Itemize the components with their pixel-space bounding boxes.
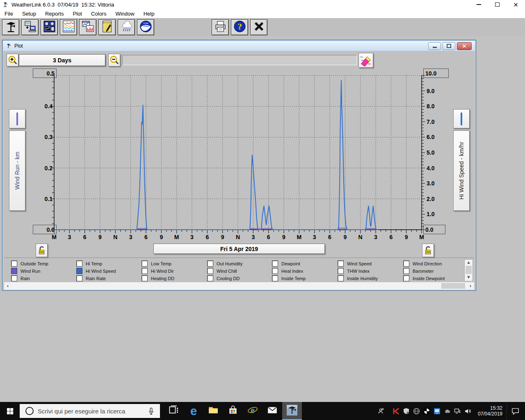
taskbar-search-input[interactable]: Scrivi qui per eseguire la ricerca [20, 404, 160, 418]
menu-colors[interactable]: Colors [87, 10, 111, 18]
checkbox-box[interactable] [207, 268, 213, 274]
download-button[interactable] [21, 19, 39, 35]
taskbar-clock[interactable]: 15:32 07/04/2019 [478, 405, 502, 417]
right-axis-min-box[interactable]: 0.0 [423, 225, 445, 234]
checkbox-box[interactable] [76, 275, 82, 281]
maximize-button[interactable] [488, 0, 507, 9]
tray-kaspersky-icon[interactable] [391, 405, 401, 417]
checkbox-box[interactable] [11, 275, 17, 281]
taskbar-store-button[interactable] [223, 402, 243, 420]
checkbox-box[interactable] [338, 260, 344, 267]
zoom-in-button[interactable] [7, 54, 18, 66]
close-button[interactable] [250, 19, 267, 35]
wind-run-color-sample-button[interactable] [9, 109, 25, 128]
tray-onedrive-icon[interactable] [442, 405, 452, 417]
right-axis-max-box[interactable]: 10.0 [423, 68, 449, 78]
checkbox-wind-direction[interactable]: Wind Direction [403, 260, 442, 267]
plot-close-button[interactable]: ✕ [457, 42, 472, 50]
menu-plot[interactable]: Plot [68, 10, 86, 18]
action-center-button[interactable] [507, 402, 523, 420]
checkbox-inside-humidity[interactable]: Inside Humidity [338, 275, 378, 281]
scrollbar-thumb[interactable] [441, 283, 465, 289]
checkbox-box[interactable] [338, 268, 344, 274]
zoom-out-button[interactable] [108, 54, 120, 66]
checkbox-box[interactable] [76, 260, 82, 267]
checkbox-rain[interactable]: Rain [11, 275, 30, 281]
plot-horizontal-scrollbar[interactable]: ‹ › [4, 282, 474, 290]
checkbox-out-humidity[interactable]: Out Humidity [207, 260, 243, 267]
erase-plot-button[interactable] [358, 53, 373, 68]
tray-globe-icon[interactable] [411, 405, 422, 417]
time-scrollbar-trough[interactable] [122, 55, 357, 65]
time-range-button[interactable]: 3 Days [19, 54, 105, 66]
checkbox-inside-temp[interactable]: Inside Temp [272, 275, 306, 281]
checkbox-box[interactable] [11, 260, 17, 267]
right-axis-lock-button[interactable] [422, 244, 434, 257]
checkbox-thw-index[interactable]: THW Index [338, 268, 370, 274]
close-button[interactable]: ✕ [507, 0, 525, 9]
taskbar-internet-explorer-button[interactable]: e [243, 402, 262, 420]
checkbox-wind-speed[interactable]: Wind Speed [338, 260, 372, 267]
checkbox-low-temp[interactable]: Low Temp [142, 260, 171, 267]
station-button[interactable] [2, 19, 19, 35]
checkbox-rain-rate[interactable]: Rain Rate [76, 275, 106, 281]
print-button[interactable] [212, 19, 229, 35]
taskbar-task-view-button[interactable] [164, 402, 184, 420]
help-button[interactable]: ? [231, 19, 248, 35]
taskbar-mail-button[interactable] [262, 402, 282, 420]
scroll-up-arrow[interactable]: ▲ [467, 260, 471, 265]
plot-button[interactable] [79, 19, 96, 35]
checkbox-hi-wind-dir[interactable]: Hi Wind Dir [142, 268, 174, 274]
menu-help[interactable]: Help [139, 10, 159, 18]
tray-defender-icon[interactable] [401, 405, 411, 417]
checkbox-cooling-dd[interactable]: Cooling DD [207, 275, 240, 281]
noaa-button[interactable]: NOAA [137, 19, 154, 35]
date-label-box[interactable]: Fri 5 Apr 2019 [153, 244, 325, 254]
checkbox-heat-index[interactable]: Heat Index [272, 268, 303, 274]
plot-window-titlebar[interactable]: Plot ✕ [3, 41, 475, 51]
checkbox-inside-dewpoint[interactable]: Inside Dewpoint [403, 275, 445, 281]
checkbox-box[interactable] [207, 275, 213, 281]
checkbox-dewpoint[interactable]: Dewpoint [272, 260, 300, 267]
checkbox-box[interactable] [142, 275, 148, 281]
checkbox-box[interactable] [76, 268, 82, 274]
checkbox-box[interactable] [272, 275, 278, 281]
reports-button[interactable] [98, 19, 116, 35]
checkbox-barometer[interactable]: Barometer [403, 268, 434, 274]
menu-file[interactable]: File [0, 10, 18, 18]
right-axis-title-panel[interactable]: Hi Wind Speed - km/hr [453, 130, 470, 211]
plot-restore-button[interactable] [443, 42, 455, 50]
menu-window[interactable]: Window [111, 10, 139, 18]
start-button[interactable] [0, 402, 20, 420]
checkbox-box[interactable] [272, 268, 278, 274]
taskbar-file-explorer-button[interactable] [203, 402, 223, 420]
checkbox-box[interactable] [403, 268, 409, 274]
taskbar-edge-button[interactable]: e [184, 402, 203, 420]
scroll-down-arrow[interactable]: ▼ [467, 274, 471, 280]
checkbox-box[interactable] [338, 275, 344, 281]
menu-reports[interactable]: Reports [41, 10, 68, 18]
taskbar-weatherlink-button[interactable] [282, 402, 302, 420]
bulletin-button[interactable] [41, 19, 58, 35]
left-axis-title-panel[interactable]: Wind Run - km [9, 130, 25, 211]
checkbox-box[interactable] [142, 268, 148, 274]
strip-chart-button[interactable] [60, 19, 77, 35]
tray-remote-app-icon[interactable] [432, 405, 442, 417]
checkbox-panel-vertical-scrollbar[interactable]: ▲ ▼ [464, 259, 473, 281]
checkbox-hi-temp[interactable]: Hi Temp [76, 260, 102, 267]
checkbox-box[interactable] [207, 260, 213, 267]
checkbox-box[interactable] [403, 260, 409, 267]
minimize-button[interactable] [470, 0, 488, 9]
tray-volume-icon[interactable] [463, 405, 473, 417]
tray-pinwheel-icon[interactable] [422, 405, 432, 417]
hi-wind-speed-color-sample-button[interactable] [453, 109, 470, 128]
checkbox-heating-dd[interactable]: Heating DD [142, 275, 174, 281]
checkbox-wind-run[interactable]: Wind Run [11, 268, 40, 274]
plot-minimize-button[interactable] [428, 42, 441, 50]
tray-people-icon[interactable] [376, 405, 386, 417]
menu-setup[interactable]: Setup [18, 10, 41, 18]
tray-network-icon[interactable] [452, 405, 463, 417]
checkbox-hi-wind-speed[interactable]: Hi Wind Speed [76, 268, 116, 274]
scroll-left-arrow[interactable]: ‹ [4, 283, 11, 289]
scroll-right-arrow[interactable]: › [467, 283, 474, 289]
